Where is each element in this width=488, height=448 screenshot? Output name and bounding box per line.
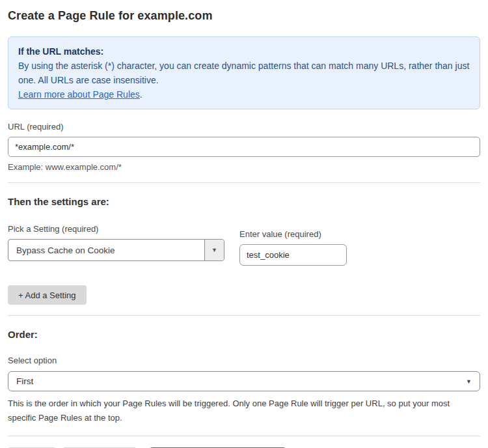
page-title: Create a Page Rule for example.com [8,9,480,23]
setting-value-column: Enter value (required) [239,229,347,266]
url-input[interactable] [8,137,480,157]
order-select-label: Select option [8,356,480,365]
add-setting-button[interactable]: + Add a Setting [8,285,87,305]
create-page-rule-form: Create a Page Rule for example.com If th… [0,0,488,448]
setting-label: Pick a Setting (required) [8,224,224,234]
order-select-value: First [16,376,33,386]
url-helper-text: Example: www.example.com/* [8,162,480,172]
info-box-body-text: By using the asterisk (*) character, you… [18,61,469,85]
value-label: Enter value (required) [239,229,347,239]
setting-select[interactable]: Bypass Cache on Cookie ▼ [8,239,224,261]
info-box-link-line: Learn more about Page Rules. [18,87,470,102]
divider [8,436,480,436]
order-section-heading: Order: [8,329,480,340]
settings-row: Pick a Setting (required) Bypass Cache o… [8,224,480,266]
caret-down-icon[interactable]: ▼ [204,240,224,260]
order-select[interactable]: First ▼ [8,371,480,391]
info-box-heading: If the URL matches: [18,44,470,59]
learn-more-link[interactable]: Learn more about Page Rules [18,89,140,100]
link-suffix: . [140,89,142,100]
divider [8,182,480,183]
setting-value-input[interactable] [239,244,347,266]
caret-down-icon: ▼ [466,378,472,385]
divider [8,315,480,316]
setting-picker-column: Pick a Setting (required) Bypass Cache o… [8,224,224,266]
info-box-body: By using the asterisk (*) character, you… [18,59,470,87]
url-match-info-box: If the URL matches: By using the asteris… [8,36,480,109]
url-label: URL (required) [8,122,480,132]
settings-section-heading: Then the settings are: [8,196,480,207]
order-helper-text: This is the order in which your Page Rul… [8,397,480,425]
setting-select-value: Bypass Cache on Cookie [8,240,204,260]
